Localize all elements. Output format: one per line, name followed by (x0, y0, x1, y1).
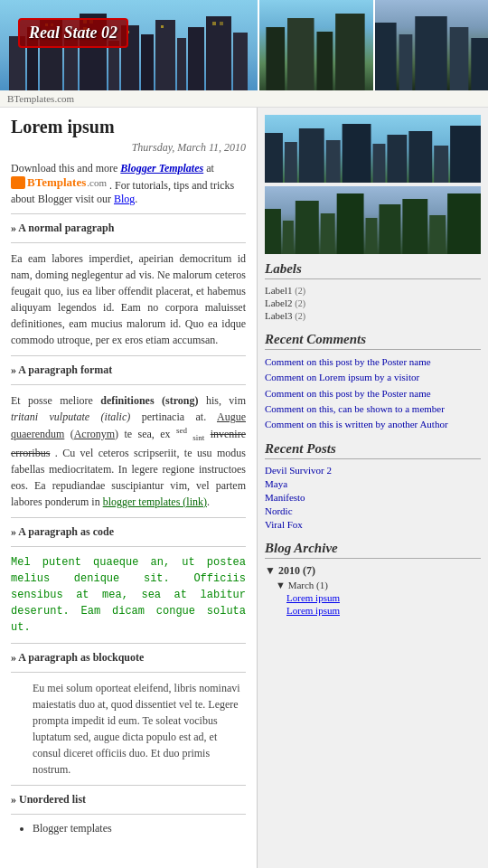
at-text: at (206, 162, 214, 175)
definitiones-bold: definitiones (strong) (100, 394, 198, 407)
recent-post-link-4[interactable]: Nordic (265, 505, 293, 516)
svg-rect-21 (161, 25, 164, 28)
label-link-2[interactable]: Label2 (265, 297, 293, 308)
label-item-3: Label3 (2) (265, 310, 481, 321)
recent-post-link-1[interactable]: Devil Survivor 2 (265, 465, 332, 476)
labels-title: Labels (265, 261, 481, 279)
divider-1 (11, 213, 246, 214)
recent-post-4: Nordic (265, 505, 481, 516)
svg-rect-48 (321, 213, 335, 254)
svg-rect-6 (108, 41, 119, 90)
bt-com-text: .com (87, 177, 107, 188)
main-content: Lorem ipsum Thursday, March 11, 2010 Dow… (0, 108, 258, 868)
svg-rect-25 (287, 18, 314, 90)
label-count-1: (2) (295, 286, 305, 296)
svg-rect-39 (373, 144, 386, 183)
header-slide-1 (258, 0, 373, 90)
svg-rect-8 (141, 34, 154, 90)
comment-link-4[interactable]: Comment on this, can be shown to a membe… (265, 403, 445, 414)
svg-rect-26 (316, 32, 333, 90)
format-paragraph: Et posse meliore definitiones (strong) h… (11, 392, 246, 510)
code-heading: » A paragraph as code (11, 525, 246, 539)
archive-post-1: Lorem ipsum (286, 592, 481, 603)
divider-9 (11, 785, 246, 786)
svg-rect-12 (206, 16, 231, 90)
format-text-3: pertinacia at. (142, 410, 217, 423)
archive-post-link-1[interactable]: Lorem ipsum (286, 592, 340, 603)
svg-rect-10 (177, 38, 186, 90)
svg-rect-53 (429, 215, 446, 254)
blogger-templates-text-link[interactable]: blogger templates (link) (103, 495, 207, 508)
svg-rect-9 (155, 20, 175, 90)
archive-year-label: 2010 (7) (278, 564, 315, 577)
recent-comments-title: Recent Comments (265, 332, 481, 350)
site-header: Real State 02 ◄ ◄ ◄ (0, 0, 488, 90)
recent-post-link-3[interactable]: Manifesto (265, 492, 305, 503)
archive-month-label: March (1) (288, 580, 328, 590)
post-date: Thursday, March 11, 2010 (11, 141, 246, 155)
svg-rect-47 (296, 201, 319, 254)
post-title: Lorem ipsum (11, 117, 246, 137)
svg-rect-38 (343, 124, 371, 183)
comment-link-2[interactable]: Comment on Lorem ipsum by a visitor (265, 372, 419, 382)
divider-3 (11, 355, 246, 356)
label-link-1[interactable]: Label1 (265, 285, 293, 296)
svg-rect-11 (188, 27, 204, 90)
blockquote-heading: » A paragraph as blockquote (11, 651, 246, 665)
label-link-3[interactable]: Label3 (265, 310, 293, 321)
recent-post-link-2[interactable]: Maya (265, 478, 287, 489)
archive-year-arrow[interactable]: ▼ (265, 564, 276, 577)
svg-rect-24 (266, 27, 285, 90)
svg-rect-27 (335, 14, 364, 90)
page-layout: Lorem ipsum Thursday, March 11, 2010 Dow… (0, 108, 488, 868)
btemplates-logo: BTemplates.com (11, 175, 107, 190)
divider-6 (11, 546, 246, 547)
archive-month-arrow[interactable]: ▼ (276, 580, 286, 590)
archive-post-link-2[interactable]: Lorem ipsum (286, 605, 340, 616)
svg-rect-40 (387, 135, 407, 183)
normal-heading: » A normal paragraph (11, 222, 246, 235)
label-count-3: (2) (295, 311, 305, 321)
svg-rect-37 (326, 140, 341, 183)
comment-link-5[interactable]: Comment on this is written by another Au… (265, 419, 448, 429)
comment-link-3[interactable]: Comment on this post by the Poster name (265, 388, 431, 399)
svg-rect-52 (402, 199, 427, 254)
svg-rect-31 (449, 27, 468, 90)
format-text-end: . (207, 495, 210, 508)
label-item-2: Label2 (2) (265, 297, 481, 308)
blog-archive-widget: Blog Archive ▼ 2010 (7) ▼ March (1) Lore… (265, 541, 481, 616)
divider-2 (11, 242, 246, 243)
svg-rect-42 (434, 146, 448, 183)
right-sidebar: Labels Label1 (2) Label2 (2) Label3 (2) … (258, 108, 488, 868)
divider-4 (11, 384, 246, 385)
recent-post-link-5[interactable]: Viral Fox (265, 519, 303, 530)
svg-rect-50 (366, 218, 378, 254)
blogger-templates-link[interactable]: Blogger Templates (120, 162, 203, 175)
comment-4: Comment on this, can be shown to a membe… (265, 402, 481, 415)
tritani-italic: tritani vulputate (italic) (11, 410, 130, 423)
svg-rect-29 (399, 34, 412, 90)
comment-5: Comment on this is written by another Au… (265, 418, 481, 430)
svg-rect-28 (375, 23, 397, 90)
divider-8 (11, 672, 246, 673)
blockquote-content: Eu mei solum oporteat eleifend, libris n… (33, 680, 246, 778)
svg-rect-32 (471, 38, 488, 90)
comment-link-1[interactable]: Comment on this post by the Poster name (265, 356, 431, 367)
sidebar-image-2 (265, 186, 481, 254)
svg-rect-34 (265, 133, 283, 183)
btemplates-text: BTemplates.com (7, 93, 74, 104)
download-line: Download this and more Blogger Templates… (11, 162, 246, 206)
acronym-underline: Acronym (74, 428, 115, 440)
unordered-list-section: Blogger templates (11, 822, 246, 835)
divider-10 (11, 814, 246, 815)
sint-sub: sint (192, 433, 204, 442)
recent-post-3: Manifesto (265, 492, 481, 503)
normal-paragraph: Ea eam labores imperdiet, apeirian democ… (11, 250, 246, 348)
sidebar-images (265, 115, 481, 254)
download-text: Download this and more (11, 162, 117, 175)
recent-posts-widget: Recent Posts Devil Survivor 2 Maya Manif… (265, 441, 481, 530)
blog-link[interactable]: Blog (114, 193, 135, 205)
svg-rect-13 (233, 33, 248, 90)
svg-rect-22 (212, 22, 216, 25)
blog-archive-title: Blog Archive (265, 541, 481, 559)
